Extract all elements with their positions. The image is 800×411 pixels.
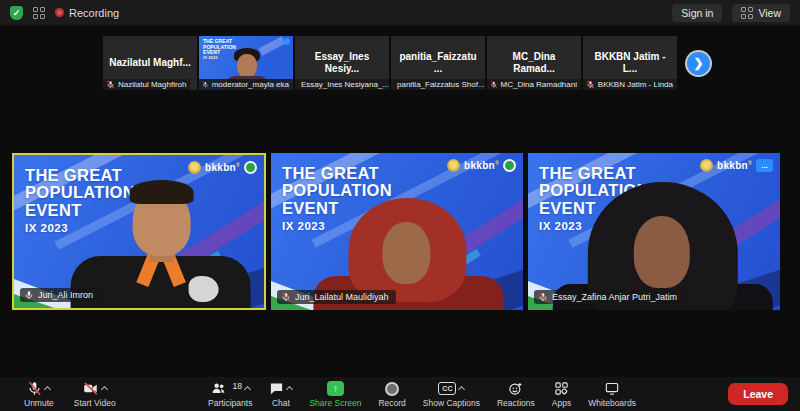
meeting-toolbar: Unmute Start Video 18 Participants [0, 377, 800, 411]
emblem-logo-icon [188, 161, 201, 174]
video-tile-juri-lailatul[interactable]: THE GREAT POPULATION EVENT IX 2023 bkkbn… [271, 153, 523, 310]
event-backdrop-title: THE GREAT POPULATION EVENT IX 2023 [203, 39, 236, 60]
top-bar: ✓ Recording Sign in View [0, 0, 800, 26]
whiteboards-button[interactable]: Whiteboards [588, 381, 636, 408]
reactions-smiley-icon [508, 381, 523, 396]
background-stripe [259, 36, 286, 55]
participant-display-name: panitia_Faizzatu ... [391, 51, 485, 75]
chevron-right-icon: ❯ [693, 56, 703, 70]
reactions-button[interactable]: Reactions [497, 381, 535, 408]
filmstrip-tile-dina[interactable]: MC_Dina Ramad... MC_Dina Ramadhani [487, 36, 581, 90]
participant-name-label: BKKBN Jatim - Linda [583, 79, 677, 90]
start-video-button[interactable]: Start Video [74, 381, 116, 408]
view-button[interactable]: View [732, 4, 790, 22]
chat-bubble-icon [269, 381, 284, 396]
record-icon [385, 382, 399, 396]
muted-mic-icon [106, 80, 115, 89]
bkkbn-logo-text: bkkbn® [205, 162, 240, 173]
whiteboard-icon [604, 381, 620, 396]
show-captions-button[interactable]: CC Show Captions [423, 381, 480, 408]
participant-display-name: BKKBN Jatim - L... [583, 51, 677, 75]
filmstrip-tile-moderator[interactable]: THE GREAT POPULATION EVENT IX 2023 moder… [199, 36, 293, 90]
bkkbn-logo-text: bkkbn® [464, 160, 499, 171]
shirt-logo-shape [189, 276, 219, 302]
participant-name-label: moderator_mayla eka [199, 79, 293, 90]
emblem-logo-icon [700, 159, 713, 172]
participants-button[interactable]: 18 Participants [208, 381, 252, 408]
recording-dot-icon[interactable] [55, 8, 64, 17]
video-tile-essay-zafina[interactable]: THE GREAT POPULATION EVENT IX 2023 bkkbn… [528, 153, 780, 310]
chat-button[interactable]: Chat [269, 381, 292, 408]
person-face-shape [634, 216, 690, 288]
bkkbn-logo-text: bkkbn® [717, 160, 752, 171]
participant-name-label: Essay_Zafina Anjar Putri_Jatim [534, 290, 684, 304]
filmstrip-tile-ines[interactable]: Essay_Ines Nesiy... Essay_Ines Nesiyana_… [295, 36, 389, 90]
participant-name-label: panitia_Faizzatus Shof... [391, 79, 485, 90]
muted-mic-icon [538, 292, 548, 302]
sign-in-button[interactable]: Sign in [672, 4, 722, 22]
chat-options-chevron[interactable] [286, 386, 293, 393]
participant-filmstrip: Nazilatul Maghf... Nazilatul Maghfiroh T… [0, 35, 800, 91]
status-dot-icon [283, 38, 290, 45]
muted-mic-icon [490, 80, 498, 89]
leave-button[interactable]: Leave [728, 383, 788, 405]
participants-options-chevron[interactable] [244, 386, 251, 393]
view-grid-icon [741, 7, 753, 19]
record-button[interactable]: Record [378, 381, 405, 408]
video-camera-off-icon [82, 381, 99, 396]
top-bar-left: ✓ Recording [10, 6, 119, 20]
more-options-badge[interactable]: ... [756, 159, 773, 172]
person-face-shape [382, 222, 430, 284]
zoom-meeting-window: ✓ Recording Sign in View Nazilatul Maghf… [0, 0, 800, 411]
muted-mic-icon [281, 292, 291, 302]
unmute-button[interactable]: Unmute [24, 381, 54, 408]
muted-mic-icon [586, 80, 595, 89]
person-face-shape [237, 54, 257, 78]
participant-name-label: Nazilatul Maghfiroh [103, 79, 190, 90]
filmstrip-tile-faizzatus[interactable]: panitia_Faizzatu ... panitia_Faizzatus S… [391, 36, 485, 90]
closed-captions-icon: CC [438, 382, 456, 395]
participants-count-badge: 18 [232, 381, 241, 391]
recording-label: Recording [69, 7, 119, 19]
partner-logo-icon [503, 159, 516, 172]
gallery-grid-icon[interactable] [33, 7, 45, 19]
audio-options-chevron[interactable] [44, 386, 51, 393]
share-screen-icon: ↑ [327, 381, 344, 396]
toolbar-center-group: 18 Participants Chat ↑ Share Screen [208, 381, 636, 408]
video-stage: THE GREAT POPULATION EVENT IX 2023 bkkbn… [0, 153, 800, 311]
participant-name-label: Juri_Lailatul Maulidiyah [277, 290, 396, 304]
participant-display-name: MC_Dina Ramad... [487, 51, 581, 75]
security-shield-icon[interactable]: ✓ [10, 6, 23, 20]
captions-options-chevron[interactable] [458, 386, 465, 393]
muted-mic-icon [27, 381, 42, 396]
brand-logos: bkkbn® [188, 161, 257, 174]
participant-display-name: Nazilatul Maghf... [105, 57, 195, 69]
participant-name-label: Essay_Ines Nesiyana_... [295, 79, 389, 90]
mic-icon [24, 290, 34, 300]
brand-logos: bkkbn® [447, 159, 516, 172]
toolbar-left-group: Unmute Start Video [24, 381, 116, 408]
apps-grid-icon [554, 381, 569, 396]
person-hair-shape [130, 180, 194, 204]
partner-logo-icon [244, 161, 257, 174]
share-screen-button[interactable]: ↑ Share Screen [309, 381, 361, 408]
muted-mic-icon [202, 80, 209, 89]
next-page-button[interactable]: ❯ [687, 52, 710, 75]
top-bar-right: Sign in View [672, 4, 790, 22]
filmstrip-tile-nazilatul[interactable]: Nazilatul Maghf... Nazilatul Maghfiroh [103, 36, 197, 90]
emblem-logo-icon [447, 159, 460, 172]
brand-logos: bkkbn® ... [700, 159, 773, 172]
participant-name-label: MC_Dina Ramadhani [487, 79, 581, 90]
video-tile-juri-ali-imron[interactable]: THE GREAT POPULATION EVENT IX 2023 bkkbn… [12, 153, 266, 310]
recording-indicator: Recording [55, 7, 119, 19]
filmstrip-tile-bkkbn-linda[interactable]: BKKBN Jatim - L... BKKBN Jatim - Linda [583, 36, 677, 90]
participant-name-label: Juri_Ali Imron [20, 288, 100, 302]
participants-icon [210, 381, 227, 396]
video-options-chevron[interactable] [101, 386, 108, 393]
apps-button[interactable]: Apps [552, 381, 571, 408]
filmstrip-tiles: Nazilatul Maghf... Nazilatul Maghfiroh T… [103, 36, 677, 90]
participant-display-name: Essay_Ines Nesiy... [295, 51, 389, 75]
